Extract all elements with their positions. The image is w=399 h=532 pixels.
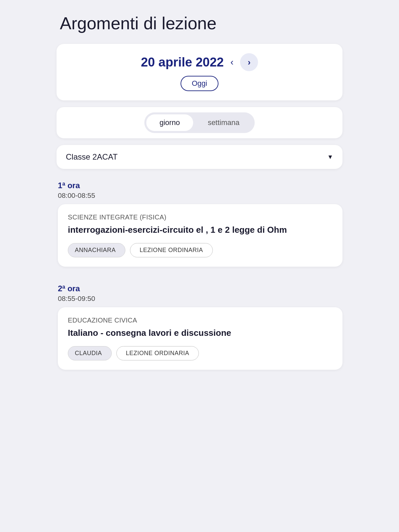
- hour-1-time: 08:00-08:55: [58, 192, 342, 200]
- giorno-toggle[interactable]: giorno: [146, 114, 193, 131]
- lesson-2-card: EDUCAZIONE CIVICA Italiano - consegna la…: [58, 307, 342, 370]
- lesson-2-section: 2ª ora 08:55-09:50 EDUCAZIONE CIVICA Ita…: [57, 284, 342, 370]
- view-toggle-card: giorno settimana: [57, 107, 342, 138]
- hour-1-label: 1ª ora: [58, 181, 342, 190]
- lesson-1-type-tag[interactable]: LEZIONE ORDINARIA: [130, 243, 213, 257]
- lesson-1-section: 1ª ora 08:00-08:55 SCIENZE INTEGRATE (FI…: [57, 181, 342, 267]
- next-arrow-icon: ›: [248, 57, 251, 67]
- selected-class-label: Classe 2ACAT: [66, 152, 118, 162]
- lesson-2-type-tag[interactable]: LEZIONE ORDINARIA: [116, 346, 199, 360]
- current-date: 20 aprile 2022: [141, 55, 224, 69]
- lesson-1-teacher-tag[interactable]: ANNACHIARA: [68, 243, 125, 257]
- lesson-1-subject: SCIENZE INTEGRATE (FISICA): [68, 213, 332, 221]
- prev-date-arrow[interactable]: ‹: [230, 57, 233, 67]
- view-toggle-group: giorno settimana: [144, 112, 255, 133]
- hour-2-time: 08:55-09:50: [58, 295, 342, 303]
- lesson-1-tags: ANNACHIARA LEZIONE ORDINARIA: [68, 243, 332, 257]
- settimana-toggle[interactable]: settimana: [195, 114, 253, 131]
- oggi-button[interactable]: Oggi: [181, 76, 218, 91]
- lesson-1-title: interrogazioni-esercizi-circuito el , 1 …: [68, 224, 332, 236]
- next-date-button[interactable]: ›: [240, 53, 258, 71]
- class-selector[interactable]: Classe 2ACAT ▼: [66, 152, 333, 162]
- lesson-1-card: SCIENZE INTEGRATE (FISICA) interrogazion…: [58, 204, 342, 267]
- lesson-2-tags: CLAUDIA LEZIONE ORDINARIA: [68, 346, 332, 360]
- date-navigation-card: 20 aprile 2022 ‹ › Oggi: [57, 44, 342, 100]
- lesson-2-subject: EDUCAZIONE CIVICA: [68, 317, 332, 324]
- page-title: Argomenti di lezione: [57, 13, 342, 33]
- dropdown-chevron-icon: ▼: [327, 154, 333, 161]
- hour-2-label: 2ª ora: [58, 284, 342, 293]
- lesson-2-title: Italiano - consegna lavori e discussione: [68, 328, 332, 339]
- lesson-2-teacher-tag[interactable]: CLAUDIA: [68, 346, 112, 360]
- date-row: 20 aprile 2022 ‹ ›: [141, 53, 258, 71]
- class-selector-card[interactable]: Classe 2ACAT ▼: [57, 145, 342, 169]
